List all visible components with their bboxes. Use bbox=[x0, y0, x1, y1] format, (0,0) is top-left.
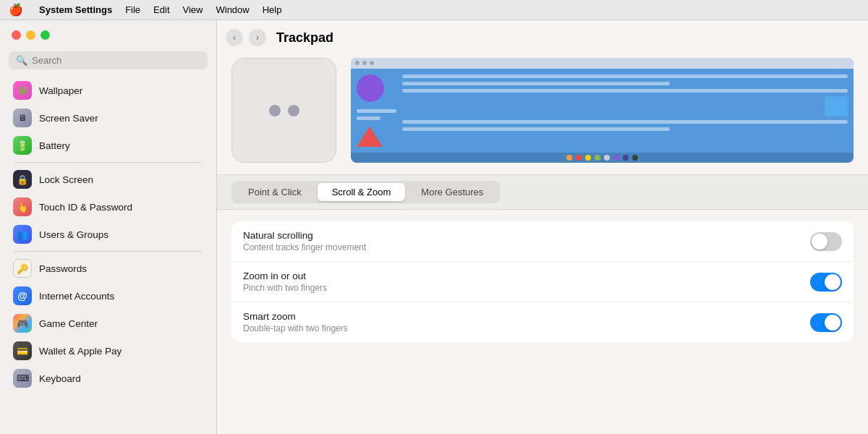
keyboard-icon: ⌨ bbox=[13, 369, 32, 388]
sidebar-item-label: Users & Groups bbox=[39, 229, 109, 240]
color-dot bbox=[566, 155, 572, 161]
wallet-icon: 💳 bbox=[13, 341, 32, 360]
screen-rect-blue bbox=[825, 96, 848, 116]
setting-title: Natural scrolling bbox=[243, 230, 810, 241]
sidebar-item-label: Wallet & Apple Pay bbox=[39, 346, 122, 357]
menu-file[interactable]: File bbox=[125, 4, 140, 15]
search-box[interactable]: 🔍 bbox=[9, 51, 208, 69]
sidebar-list: ✳️ Wallpaper 🖥 Screen Saver 🔋 Battery 🔒 … bbox=[0, 77, 216, 434]
screen-dot bbox=[362, 61, 367, 65]
setting-row-natural-scrolling: Natural scrolling Content tracks finger … bbox=[231, 221, 854, 262]
search-icon: 🔍 bbox=[16, 55, 27, 66]
sidebar-item-label: Passwords bbox=[39, 263, 87, 274]
menu-view[interactable]: View bbox=[183, 4, 203, 15]
screen-bottom-bar bbox=[351, 153, 854, 163]
close-button[interactable] bbox=[12, 30, 21, 40]
dot-1 bbox=[269, 105, 281, 116]
setting-title: Zoom in or out bbox=[243, 271, 810, 281]
screen-line bbox=[357, 109, 396, 113]
screen-preview bbox=[351, 58, 854, 163]
tab-bar: Point & Click Scroll & Zoom More Gesture… bbox=[231, 181, 500, 203]
title-bar: ‹ › Trackpad bbox=[217, 20, 868, 52]
app-window: 🔍 ✳️ Wallpaper 🖥 Screen Saver 🔋 Battery bbox=[0, 20, 868, 434]
tab-scroll-zoom[interactable]: Scroll & Zoom bbox=[318, 183, 406, 201]
setting-row-smart-zoom: Smart zoom Double-tap with two fingers bbox=[231, 302, 854, 342]
minimize-button[interactable] bbox=[26, 30, 35, 40]
sidebar-item-wallet[interactable]: 💳 Wallet & Apple Pay bbox=[6, 337, 210, 365]
screen-dot bbox=[355, 61, 359, 65]
screen-line bbox=[402, 82, 670, 85]
color-dot bbox=[576, 155, 582, 161]
sidebar-item-keyboard[interactable]: ⌨ Keyboard bbox=[6, 365, 210, 392]
app-name: System Settings bbox=[39, 4, 112, 15]
trackpad-preview bbox=[231, 58, 336, 163]
sidebar-item-screensaver[interactable]: 🖥 Screen Saver bbox=[6, 104, 210, 132]
settings-area: Natural scrolling Content tracks finger … bbox=[217, 210, 868, 434]
sidebar-item-users[interactable]: 👥 Users & Groups bbox=[6, 221, 210, 248]
maximize-button[interactable] bbox=[41, 30, 50, 40]
sidebar-item-gamecenter[interactable]: 🎮 Game Center bbox=[6, 310, 210, 337]
setting-subtitle: Content tracks finger movement bbox=[243, 242, 810, 252]
settings-group: Natural scrolling Content tracks finger … bbox=[231, 221, 854, 342]
screen-circle bbox=[357, 75, 384, 102]
screen-line-short bbox=[357, 116, 380, 120]
sidebar-item-wallpaper[interactable]: ✳️ Wallpaper bbox=[6, 77, 210, 104]
color-dot bbox=[604, 155, 610, 161]
gamecenter-icon: 🎮 bbox=[13, 314, 32, 333]
battery-icon: 🔋 bbox=[13, 136, 32, 155]
back-button[interactable]: ‹ bbox=[226, 29, 243, 46]
apple-menu[interactable]: 🍎 bbox=[9, 3, 23, 17]
color-dot bbox=[613, 155, 619, 161]
divider bbox=[14, 251, 202, 252]
screen-line bbox=[402, 120, 848, 124]
tab-point-click[interactable]: Point & Click bbox=[234, 183, 316, 201]
sidebar-item-label: Screen Saver bbox=[39, 113, 98, 124]
screen-line bbox=[402, 89, 848, 93]
natural-scrolling-toggle[interactable] bbox=[810, 232, 842, 251]
content-area: ‹ › Trackpad bbox=[217, 20, 868, 434]
screen-left bbox=[357, 75, 396, 147]
sidebar-item-battery[interactable]: 🔋 Battery bbox=[6, 132, 210, 159]
screen-triangle bbox=[357, 127, 383, 147]
menu-edit[interactable]: Edit bbox=[153, 4, 169, 15]
menu-window[interactable]: Window bbox=[216, 4, 249, 15]
sidebar-item-label: Game Center bbox=[39, 318, 98, 329]
screen-right bbox=[402, 75, 848, 147]
sidebar-item-internet-accounts[interactable]: @ Internet Accounts bbox=[6, 282, 210, 310]
search-input[interactable] bbox=[32, 55, 200, 66]
zoom-toggle[interactable] bbox=[810, 273, 842, 292]
color-dot bbox=[585, 155, 591, 161]
screen-line bbox=[402, 75, 848, 78]
sidebar-item-touchid[interactable]: 👆 Touch ID & Password bbox=[6, 193, 210, 221]
setting-text: Smart zoom Double-tap with two fingers bbox=[243, 311, 810, 333]
screen-line bbox=[402, 127, 670, 131]
setting-text: Zoom in or out Pinch with two fingers bbox=[243, 271, 810, 293]
trackpad-dots bbox=[269, 105, 299, 116]
tab-more-gestures[interactable]: More Gestures bbox=[407, 183, 498, 201]
setting-title: Smart zoom bbox=[243, 311, 810, 322]
preview-section bbox=[217, 52, 868, 174]
passwords-icon: 🔑 bbox=[13, 259, 32, 278]
divider bbox=[14, 162, 202, 163]
sidebar-item-label: Lock Screen bbox=[39, 174, 93, 185]
smart-zoom-toggle[interactable] bbox=[810, 313, 842, 332]
setting-subtitle: Double-tap with two fingers bbox=[243, 323, 810, 333]
search-container: 🔍 bbox=[0, 47, 216, 77]
sidebar-item-label: Battery bbox=[39, 140, 70, 151]
setting-text: Natural scrolling Content tracks finger … bbox=[243, 230, 810, 252]
sidebar-item-label: Keyboard bbox=[39, 373, 81, 384]
content-inner: ‹ › Trackpad bbox=[217, 20, 868, 434]
internet-accounts-icon: @ bbox=[13, 286, 32, 305]
dot-2 bbox=[288, 105, 299, 116]
tabs-container: Point & Click Scroll & Zoom More Gesture… bbox=[217, 174, 868, 210]
forward-button[interactable]: › bbox=[249, 29, 266, 46]
screen-dot bbox=[370, 61, 374, 65]
sidebar-item-label: Touch ID & Password bbox=[39, 202, 132, 213]
users-icon: 👥 bbox=[13, 225, 32, 244]
sidebar-item-passwords[interactable]: 🔑 Passwords bbox=[6, 255, 210, 282]
sidebar-item-lockscreen[interactable]: 🔒 Lock Screen bbox=[6, 166, 210, 193]
sidebar-item-label: Wallpaper bbox=[39, 85, 82, 96]
touchid-icon: 👆 bbox=[13, 197, 32, 216]
menu-help[interactable]: Help bbox=[263, 4, 282, 15]
lock-icon: 🔒 bbox=[13, 170, 32, 189]
